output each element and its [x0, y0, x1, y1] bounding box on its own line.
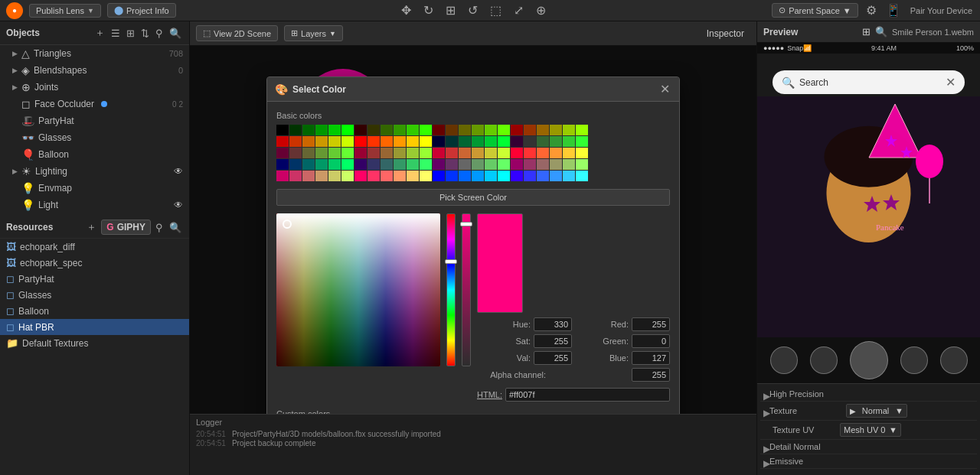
- pair-device-label[interactable]: Pair Your Device: [909, 5, 974, 17]
- tree-item-face-occluder[interactable]: ◻ Face Occluder 0 2: [0, 96, 189, 112]
- ctrl-circle-4[interactable]: [940, 346, 968, 374]
- basic-color-swatch[interactable]: [446, 159, 458, 170]
- basic-color-swatch[interactable]: [524, 159, 536, 170]
- basic-color-swatch[interactable]: [420, 125, 432, 135]
- basic-color-swatch[interactable]: [459, 136, 471, 147]
- basic-color-swatch[interactable]: [276, 125, 289, 135]
- view2d-button[interactable]: ⬚ View 2D Scene: [196, 25, 278, 41]
- basic-color-swatch[interactable]: [394, 136, 406, 147]
- resource-echopark-spec[interactable]: 🖼 echopark_spec: [0, 255, 189, 271]
- undo-icon[interactable]: ↺: [466, 2, 479, 19]
- filter-button[interactable]: ⚲: [154, 26, 165, 41]
- basic-color-swatch[interactable]: [420, 171, 432, 181]
- basic-color-swatch[interactable]: [341, 171, 354, 181]
- basic-color-swatch[interactable]: [433, 159, 445, 170]
- basic-color-swatch[interactable]: [381, 136, 393, 147]
- basic-color-swatch[interactable]: [446, 148, 458, 158]
- basic-color-swatch[interactable]: [354, 136, 367, 147]
- resource-partyhat[interactable]: ◻ PartyHat: [0, 271, 189, 287]
- basic-color-swatch[interactable]: [341, 136, 354, 147]
- basic-color-swatch[interactable]: [472, 148, 484, 158]
- resource-hat-pbr[interactable]: ◻ Hat PBR: [0, 319, 189, 335]
- basic-color-swatch[interactable]: [511, 148, 523, 158]
- basic-color-swatch[interactable]: [368, 148, 380, 158]
- hue-slider[interactable]: [446, 213, 456, 366]
- basic-color-swatch[interactable]: [485, 159, 497, 170]
- basic-color-swatch[interactable]: [341, 125, 354, 135]
- ctrl-circle-2[interactable]: [810, 346, 838, 374]
- basic-color-swatch[interactable]: [524, 136, 536, 147]
- hue-input[interactable]: [534, 317, 572, 331]
- basic-color-swatch[interactable]: [328, 136, 341, 147]
- basic-color-swatch[interactable]: [550, 136, 562, 147]
- detail-normal-expand[interactable]: ▶: [763, 444, 769, 450]
- resize-icon[interactable]: ⤢: [512, 2, 525, 19]
- basic-color-swatch[interactable]: [537, 136, 549, 147]
- basic-color-swatch[interactable]: [511, 125, 523, 135]
- search-button[interactable]: 🔍: [168, 26, 183, 41]
- ctrl-circle-1[interactable]: [770, 346, 798, 374]
- basic-color-swatch[interactable]: [368, 159, 380, 170]
- basic-color-swatch[interactable]: [537, 171, 549, 181]
- tool-icon[interactable]: ⊕: [534, 2, 547, 19]
- basic-color-swatch[interactable]: [381, 159, 393, 170]
- basic-color-swatch[interactable]: [394, 171, 406, 181]
- basic-color-swatch[interactable]: [328, 148, 341, 158]
- basic-color-swatch[interactable]: [354, 125, 367, 135]
- basic-color-swatch[interactable]: [302, 125, 315, 135]
- settings-icon[interactable]: ⚙: [864, 2, 878, 19]
- basic-color-swatch[interactable]: [368, 171, 380, 181]
- resources-add-button[interactable]: ＋: [85, 219, 98, 236]
- red-input[interactable]: [632, 317, 670, 331]
- tree-item-envmap[interactable]: 💡 Envmap: [0, 180, 189, 197]
- basic-color-swatch[interactable]: [550, 125, 562, 135]
- basic-color-swatch[interactable]: [276, 136, 289, 147]
- basic-color-swatch[interactable]: [276, 159, 289, 170]
- basic-color-swatch[interactable]: [511, 136, 523, 147]
- basic-color-swatch[interactable]: [472, 136, 484, 147]
- basic-color-swatch[interactable]: [302, 159, 315, 170]
- frame-icon[interactable]: ⬚: [488, 2, 503, 19]
- basic-color-swatch[interactable]: [433, 136, 445, 147]
- emissive-expand[interactable]: ▶: [763, 458, 769, 464]
- basic-color-swatch[interactable]: [537, 148, 549, 158]
- basic-color-swatch[interactable]: [289, 125, 302, 135]
- basic-color-swatch[interactable]: [524, 148, 536, 158]
- tree-item-light[interactable]: 💡 Light 👁: [0, 197, 189, 213]
- basic-color-swatch[interactable]: [433, 171, 445, 181]
- basic-color-swatch[interactable]: [276, 148, 289, 158]
- basic-color-swatch[interactable]: [498, 125, 510, 135]
- basic-color-swatch[interactable]: [315, 171, 328, 181]
- basic-color-swatch[interactable]: [381, 125, 393, 135]
- basic-color-swatch[interactable]: [498, 159, 510, 170]
- basic-color-swatch[interactable]: [420, 136, 432, 147]
- parent-space-button[interactable]: ⊙ Parent Space ▼: [772, 3, 858, 18]
- resource-glasses[interactable]: ◻ Glasses: [0, 287, 189, 303]
- basic-color-swatch[interactable]: [485, 125, 497, 135]
- basic-color-swatch[interactable]: [433, 125, 445, 135]
- basic-color-swatch[interactable]: [302, 148, 315, 158]
- basic-color-swatch[interactable]: [485, 136, 497, 147]
- basic-color-swatch[interactable]: [459, 159, 471, 170]
- basic-color-swatch[interactable]: [315, 125, 328, 135]
- basic-color-swatch[interactable]: [550, 159, 562, 170]
- preview-icon2[interactable]: 🔍: [875, 26, 887, 37]
- basic-color-swatch[interactable]: [341, 148, 354, 158]
- preview-icon1[interactable]: ⊞: [862, 26, 871, 37]
- basic-color-swatch[interactable]: [459, 171, 471, 181]
- basic-color-swatch[interactable]: [381, 148, 393, 158]
- basic-color-swatch[interactable]: [354, 159, 367, 170]
- basic-color-swatch[interactable]: [407, 148, 419, 158]
- basic-color-swatch[interactable]: [407, 159, 419, 170]
- sat-input[interactable]: [534, 334, 572, 348]
- basic-color-swatch[interactable]: [368, 125, 380, 135]
- basic-color-swatch[interactable]: [511, 171, 523, 181]
- tree-item-lighting[interactable]: ▶ ☀ Lighting 👁: [0, 163, 189, 180]
- basic-color-swatch[interactable]: [485, 148, 497, 158]
- basic-color-swatch[interactable]: [407, 136, 419, 147]
- basic-color-swatch[interactable]: [511, 159, 523, 170]
- basic-color-swatch[interactable]: [498, 171, 510, 181]
- tree-item-triangles[interactable]: ▶ △ Triangles 708: [0, 45, 189, 62]
- basic-color-swatch[interactable]: [328, 125, 341, 135]
- texture-expand[interactable]: ▶: [763, 408, 769, 414]
